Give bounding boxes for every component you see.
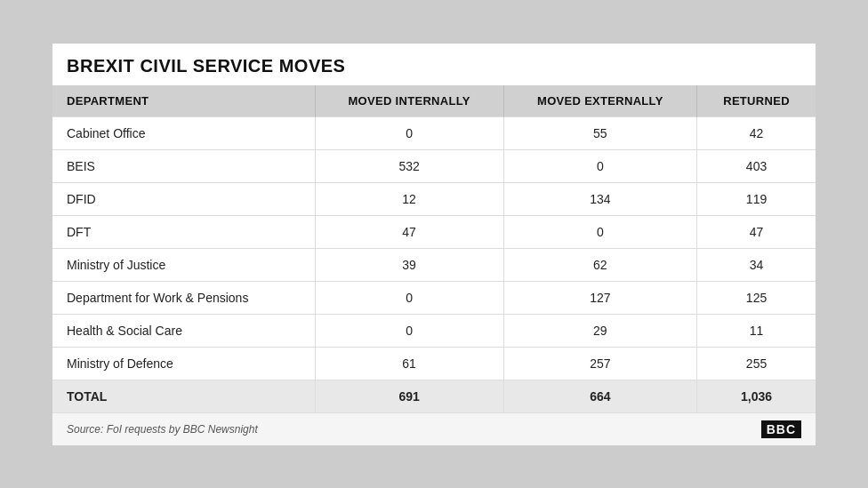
cell-moved_internally: 47: [315, 215, 503, 248]
cell-returned: 11: [697, 314, 816, 347]
col-department: DEPARTMENT: [52, 85, 315, 117]
cell-moved_internally: 532: [315, 149, 503, 182]
cell-returned: 125: [697, 281, 816, 314]
cell-department: Cabinet Office: [52, 116, 315, 149]
cell-moved_internally: 0: [315, 314, 503, 347]
cell-returned: 1,036: [697, 380, 816, 412]
cell-moved_internally: 12: [315, 182, 503, 215]
bbc-logo: BBC: [761, 420, 801, 438]
cell-moved_externally: 0: [503, 215, 696, 248]
cell-moved_externally: 55: [503, 116, 696, 149]
cell-department: TOTAL: [52, 380, 315, 412]
cell-department: Health & Social Care: [52, 314, 315, 347]
cell-moved_internally: 0: [315, 116, 503, 149]
cell-moved_externally: 257: [503, 347, 696, 380]
main-container: BREXIT CIVIL SERVICE MOVES DEPARTMENT MO…: [52, 43, 816, 446]
table-row: DFID12134119: [52, 182, 816, 215]
col-moved-externally: MOVED EXTERNALLY: [503, 85, 696, 117]
cell-moved_externally: 664: [503, 380, 696, 412]
cell-moved_externally: 134: [503, 182, 696, 215]
table-body: Cabinet Office05542BEIS5320403DFID121341…: [52, 116, 816, 412]
cell-moved_externally: 62: [503, 248, 696, 281]
col-returned: RETURNED: [697, 85, 816, 117]
cell-returned: 119: [697, 182, 816, 215]
footer: Source: FoI requests by BBC Newsnight BB…: [52, 412, 816, 445]
cell-department: Department for Work & Pensions: [52, 281, 315, 314]
cell-moved_externally: 0: [503, 149, 696, 182]
table-row: TOTAL6916641,036: [52, 380, 816, 412]
table-row: Department for Work & Pensions0127125: [52, 281, 816, 314]
table-row: Ministry of Justice396234: [52, 248, 816, 281]
table-row: DFT47047: [52, 215, 816, 248]
table-row: Ministry of Defence61257255: [52, 347, 816, 380]
col-moved-internally: MOVED INTERNALLY: [315, 85, 503, 117]
cell-returned: 34: [697, 248, 816, 281]
cell-returned: 403: [697, 149, 816, 182]
cell-department: BEIS: [52, 149, 315, 182]
cell-returned: 42: [697, 116, 816, 149]
cell-moved_internally: 0: [315, 281, 503, 314]
cell-department: DFT: [52, 215, 315, 248]
data-table: DEPARTMENT MOVED INTERNALLY MOVED EXTERN…: [52, 85, 816, 412]
source-text: Source: FoI requests by BBC Newsnight: [67, 423, 258, 436]
cell-department: DFID: [52, 182, 315, 215]
cell-returned: 47: [697, 215, 816, 248]
table-row: Cabinet Office05542: [52, 116, 816, 149]
cell-moved_internally: 39: [315, 248, 503, 281]
cell-moved_externally: 29: [503, 314, 696, 347]
table-header-row: DEPARTMENT MOVED INTERNALLY MOVED EXTERN…: [52, 85, 816, 117]
cell-department: Ministry of Defence: [52, 347, 315, 380]
cell-moved_externally: 127: [503, 281, 696, 314]
chart-title: BREXIT CIVIL SERVICE MOVES: [52, 44, 816, 85]
table-row: BEIS5320403: [52, 149, 816, 182]
cell-moved_internally: 691: [315, 380, 503, 412]
cell-moved_internally: 61: [315, 347, 503, 380]
cell-department: Ministry of Justice: [52, 248, 315, 281]
cell-returned: 255: [697, 347, 816, 380]
table-row: Health & Social Care02911: [52, 314, 816, 347]
